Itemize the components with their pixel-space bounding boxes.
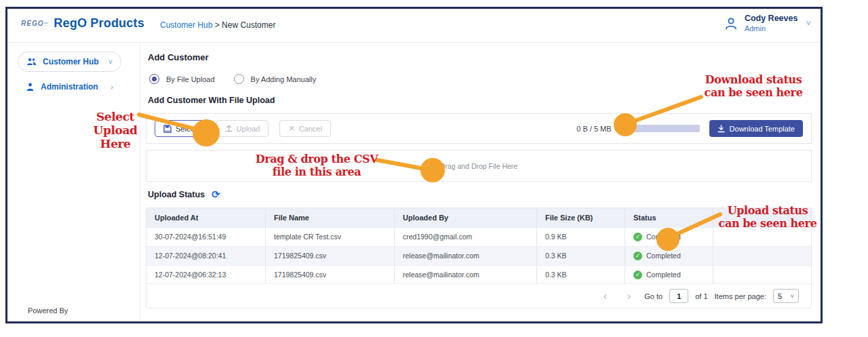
cell-file-size: 0.3 KB	[536, 266, 625, 284]
check-circle-icon: ✓	[633, 271, 642, 279]
status-badge: Completed	[646, 247, 681, 265]
users-icon	[26, 58, 37, 66]
cell-file-size: 0.9 KB	[536, 228, 625, 246]
annotation-line: Upload status	[711, 205, 825, 218]
chevron-down-icon: ˅	[806, 18, 811, 28]
radio-label-adding-manually: By Adding Manually	[251, 75, 317, 83]
annotation-line: Upload	[88, 123, 142, 137]
brand-area: REGO~ RegO Products	[21, 16, 144, 31]
refresh-icon[interactable]: ⟳	[212, 189, 220, 199]
rego-logo: REGO~	[21, 20, 48, 27]
column-header-file-size: File Size (KB)	[536, 208, 625, 227]
pagination-next-button[interactable]: ›	[620, 290, 637, 302]
sidebar-item-customer-hub[interactable]: Customer Hub ˅	[18, 52, 121, 72]
user-info: Cody Reeves Admin	[745, 14, 798, 33]
cell-file-size: 0.3 KB	[536, 247, 625, 265]
column-header-file-name: File Name	[265, 208, 394, 227]
user-menu[interactable]: Cody Reeves Admin ˅	[723, 14, 811, 33]
cell-status: ✓ Completed	[625, 228, 713, 246]
cell-uploaded-at: 30-07-2024@16:51:49	[146, 228, 265, 246]
rego-logo-text: REGO	[21, 20, 43, 27]
upload-progress-bar	[617, 125, 700, 132]
cell-uploaded-by: release@mailinator.com	[394, 266, 536, 284]
upload-status-header: Upload Status ⟳	[148, 189, 220, 199]
annotation-line: can be seen here	[697, 87, 810, 100]
check-circle-icon: ✓	[633, 252, 642, 260]
annotation-line: Drag & drop the CSV	[252, 153, 381, 166]
cancel-button[interactable]: ✕ Cancel	[279, 120, 330, 137]
annotation-upload-status: Upload status can be seen here	[711, 205, 825, 231]
powered-by-label: Powered By	[28, 306, 68, 315]
cell-file-name: template CR Test.csv	[265, 228, 394, 246]
upload-controls-box: Select Upload ✕ Cancel 0 B / 5 MB	[146, 113, 812, 144]
cell-uploaded-at: 12-07-2024@08:20:41	[146, 247, 265, 265]
annotation-line: can be seen here	[711, 218, 825, 231]
annotation-select-upload: Select Upload Here	[88, 110, 142, 151]
drag-drop-zone[interactable]: Drag and Drop File Here	[146, 150, 812, 182]
download-template-button[interactable]: Download Template	[709, 120, 803, 137]
go-to-page-input[interactable]	[669, 289, 688, 303]
breadcrumb: Customer Hub > New Customer	[160, 20, 275, 30]
annotation-line: Download status	[697, 74, 810, 87]
chevron-down-icon: ˅	[791, 293, 794, 300]
go-to-label: Go to	[644, 292, 663, 300]
cancel-button-label: Cancel	[299, 125, 322, 133]
rego-logo-swoosh: ~	[43, 20, 48, 27]
sidebar-item-label: Administration	[41, 82, 104, 92]
cell-status: ✓ Completed	[625, 266, 713, 284]
save-icon	[163, 125, 172, 133]
radio-selected-dot	[152, 77, 157, 81]
cell-empty	[713, 247, 811, 265]
annotation-drag-drop: Drag & drop the CSV file in this area	[252, 153, 381, 179]
cell-uploaded-at: 12-07-2024@06:32:13	[146, 266, 265, 284]
cell-uploaded-by: cred1990@gmail.com	[394, 228, 536, 246]
chevron-right-icon: ›	[111, 83, 113, 91]
pagination-bar: ‹ › Go to of 1 Items per page: 5 ˅	[146, 283, 811, 308]
upload-status-title: Upload Status	[148, 190, 205, 199]
page-count-label: of 1	[695, 292, 707, 300]
select-file-button[interactable]: Select	[155, 120, 205, 137]
status-badge: Completed	[646, 266, 681, 284]
upload-button[interactable]: Upload	[216, 120, 269, 137]
person-icon	[26, 83, 35, 92]
status-badge: Completed	[646, 228, 681, 246]
column-header-uploaded-by: Uploaded By	[394, 208, 536, 227]
column-header-uploaded-at: Uploaded At	[146, 208, 265, 227]
top-header: REGO~ RegO Products Customer Hub > New C…	[7, 9, 821, 43]
add-mode-radio-group: By File Upload By Adding Manually	[149, 74, 328, 84]
select-button-label: Select	[176, 125, 197, 133]
breadcrumb-separator: >	[212, 20, 222, 30]
column-header-status: Status	[625, 208, 713, 227]
chevron-down-icon: ˅	[108, 58, 113, 66]
cell-empty	[713, 266, 811, 284]
items-per-page-value: 5	[778, 292, 782, 300]
radio-by-file-upload[interactable]	[149, 74, 159, 84]
items-per-page-label: Items per page:	[715, 292, 766, 300]
dropzone-label: Drag and Drop File Here	[440, 162, 517, 170]
radio-label-file-upload: By File Upload	[166, 75, 215, 83]
close-icon: ✕	[288, 124, 294, 133]
cell-file-name: 1719825409.csv	[265, 266, 394, 284]
brand-title: RegO Products	[54, 16, 144, 31]
sidebar-item-administration[interactable]: Administration ›	[18, 77, 121, 96]
pagination-prev-button[interactable]: ‹	[597, 290, 614, 302]
items-per-page-select[interactable]: 5 ˅	[773, 289, 799, 303]
upload-progress-text: 0 B / 5 MB	[576, 125, 611, 133]
cell-uploaded-by: release@mailinator.com	[394, 247, 536, 265]
app-window: REGO~ RegO Products Customer Hub > New C…	[5, 7, 823, 323]
upload-section-title: Add Customer With File Upload	[148, 96, 275, 105]
breadcrumb-current-page: New Customer	[222, 20, 275, 30]
annotation-line: Select	[88, 110, 142, 123]
breadcrumb-customer-hub[interactable]: Customer Hub	[160, 20, 212, 30]
table-row: 12-07-2024@08:20:41 1719825409.csv relea…	[146, 246, 811, 265]
cell-status: ✓ Completed	[625, 247, 713, 265]
check-circle-icon: ✓	[633, 233, 642, 241]
upload-icon	[225, 125, 233, 132]
cell-empty	[713, 228, 811, 246]
page-title: Add Customer	[148, 52, 209, 62]
table-row: 12-07-2024@06:32:13 1719825409.csv relea…	[146, 265, 811, 284]
download-icon	[717, 125, 725, 133]
annotation-download-status: Download status can be seen here	[697, 74, 810, 100]
upload-button-label: Upload	[237, 125, 260, 133]
radio-by-adding-manually[interactable]	[234, 74, 244, 84]
